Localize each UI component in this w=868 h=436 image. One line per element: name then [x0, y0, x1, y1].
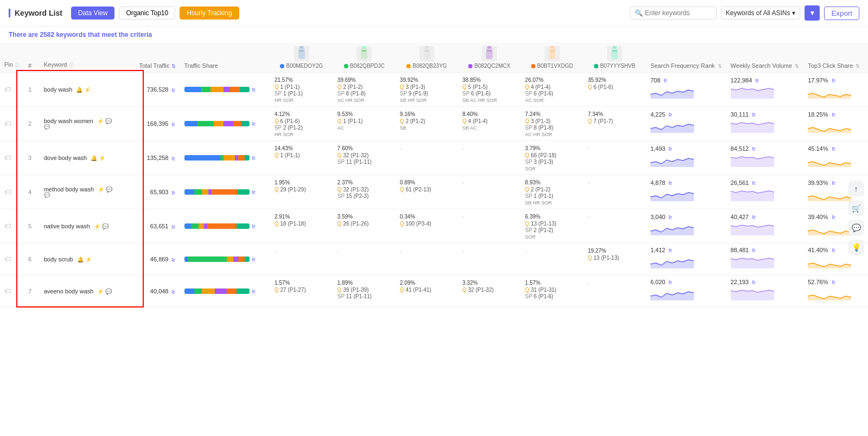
- badge-tag: HR SOR: [275, 132, 329, 137]
- pin-cell[interactable]: 🏷: [0, 73, 24, 107]
- keyword-icon[interactable]: 🔔: [76, 87, 82, 93]
- product-pct: 9.53%: [337, 111, 391, 117]
- wsv-value: 88,481: [731, 247, 749, 253]
- sfr-link-icon[interactable]: ⊵: [668, 279, 673, 285]
- bar-segment: [224, 121, 233, 126]
- sfr-link-icon[interactable]: ⊵: [668, 112, 673, 117]
- tab-data-view[interactable]: Data View: [71, 7, 114, 20]
- col-wsv-sort[interactable]: ⇅: [795, 63, 799, 69]
- sfr-link-icon[interactable]: ⊵: [668, 247, 673, 253]
- keyword-text: native body wash: [44, 223, 90, 229]
- wsv-link-icon[interactable]: ⊵: [752, 146, 756, 151]
- bar-chart-icon[interactable]: ⊵: [252, 223, 256, 229]
- keyword-icon[interactable]: ⚡: [99, 155, 105, 161]
- wsv-link-icon[interactable]: ⊵: [752, 279, 756, 285]
- keyword-icon[interactable]: 💬: [102, 223, 108, 229]
- tcs-link-icon[interactable]: ⊵: [832, 146, 836, 151]
- traffic-cell: 135,258 ⊵: [132, 141, 180, 175]
- product-1-dot: [280, 64, 284, 68]
- bar-chart-icon[interactable]: ⊵: [252, 121, 256, 126]
- traffic-chart-icon[interactable]: ⊵: [171, 289, 176, 294]
- keyword-icon[interactable]: ⚡: [94, 223, 100, 229]
- filter-dropdown[interactable]: Keywords of All ASINs ▾: [721, 7, 801, 20]
- tcs-link-icon[interactable]: ⊵: [832, 112, 836, 117]
- traffic-bar: [184, 121, 250, 126]
- chat-icon-button[interactable]: 💬: [848, 220, 864, 235]
- search-input[interactable]: [645, 9, 712, 17]
- keyword-icon[interactable]: ⚡: [84, 87, 91, 93]
- wsv-link-icon[interactable]: ⊵: [752, 247, 756, 253]
- keyword-icon[interactable]: 💬: [105, 288, 112, 294]
- pin-cell[interactable]: 🏷: [0, 141, 24, 175]
- tcs-link-icon[interactable]: ⊵: [832, 180, 836, 185]
- pin-cell[interactable]: 🏷: [0, 209, 24, 243]
- pin-cell[interactable]: 🏷: [0, 175, 24, 209]
- wsv-link-icon[interactable]: ⊵: [752, 214, 756, 220]
- tcs-link-icon[interactable]: ⊵: [832, 78, 836, 83]
- bar-chart-icon[interactable]: ⊵: [252, 288, 256, 294]
- svg-rect-12: [550, 46, 554, 48]
- col-tcs-sort[interactable]: ⇅: [856, 63, 860, 69]
- keyword-icon[interactable]: ⚡: [97, 288, 104, 294]
- q-rank: Q 61 (P2-13): [400, 187, 454, 193]
- q-rank: Q 2 (P1-2): [525, 187, 579, 193]
- export-button[interactable]: Export: [824, 7, 859, 20]
- keyword-icon[interactable]: ⚡: [97, 118, 104, 124]
- sp-rank: SP 1 (P1-1): [275, 91, 329, 97]
- keyword-icon[interactable]: ⚡: [98, 187, 104, 193]
- tcs-link-icon[interactable]: ⊵: [832, 247, 836, 253]
- wsv-cell: 26,561 ⊵: [726, 175, 804, 209]
- cart-icon-button[interactable]: 🛒: [848, 201, 864, 216]
- traffic-chart-icon[interactable]: ⊵: [171, 87, 176, 93]
- keyword-icon[interactable]: 💬: [105, 118, 112, 124]
- keyword-icon[interactable]: ⚡: [85, 257, 92, 262]
- keyword-icon[interactable]: 💬: [106, 187, 112, 193]
- sfr-link-icon[interactable]: ⊵: [668, 146, 673, 151]
- q-rank: Q 6 (P1-6): [275, 118, 329, 124]
- keyword-icon[interactable]: 🔔: [77, 257, 84, 262]
- tcs-link-icon[interactable]: ⊵: [832, 214, 836, 220]
- pin-cell[interactable]: 🏷: [0, 107, 24, 141]
- traffic-chart-icon[interactable]: ⊵: [171, 156, 176, 161]
- criteria-bar: There are 2582 keywords that meet the cr…: [0, 27, 868, 43]
- traffic-chart-icon[interactable]: ⊵: [171, 224, 176, 229]
- sfr-link-icon[interactable]: ⊵: [668, 180, 673, 185]
- col-sfr-sort[interactable]: ⇅: [718, 63, 722, 69]
- filter-icon-button[interactable]: ▼: [805, 5, 820, 21]
- bar-chart-icon[interactable]: ⊵: [252, 189, 256, 195]
- traffic-cell: 63,651 ⊵: [132, 209, 180, 243]
- product-data-cell-2: -: [395, 141, 458, 175]
- wsv-link-icon[interactable]: ⊵: [752, 112, 756, 117]
- pin-cell[interactable]: 🏷: [0, 275, 24, 307]
- wsv-link-icon[interactable]: ⊵: [752, 180, 756, 185]
- table-row: 🏷3 dove body wash 🔔⚡ 135,258 ⊵ ⊵ 14.43% …: [0, 141, 868, 175]
- traffic-chart-icon[interactable]: ⊵: [171, 257, 176, 262]
- keyword-icon[interactable]: 🔔: [91, 155, 97, 161]
- traffic-chart-icon[interactable]: ⊵: [171, 121, 176, 127]
- col-traffic-share: Traffic Share: [180, 43, 270, 73]
- wsv-cell: 40,427 ⊵: [726, 209, 804, 243]
- scroll-up-button[interactable]: ↑: [848, 181, 864, 196]
- pin-cell[interactable]: 🏷: [0, 243, 24, 275]
- tcs-link-icon[interactable]: ⊵: [832, 279, 836, 285]
- col-traffic-sort[interactable]: ⇅: [171, 63, 176, 69]
- keyword-search-box[interactable]: 🔍: [630, 7, 717, 20]
- bar-chart-icon[interactable]: ⊵: [252, 257, 256, 262]
- wsv-link-icon[interactable]: ⊵: [755, 78, 760, 83]
- bar-segment: [202, 288, 215, 294]
- tab-hourly-tracking[interactable]: Hourly Tracking: [180, 7, 239, 20]
- bulb-icon-button[interactable]: 💡: [848, 240, 864, 255]
- chevron-down-icon: ▾: [792, 9, 795, 17]
- sfr-link-icon[interactable]: ⊵: [668, 214, 673, 220]
- badge-tag: AC HR SOR: [337, 98, 391, 103]
- product-pct: 0.34%: [400, 214, 454, 220]
- bar-chart-icon[interactable]: ⊵: [252, 87, 256, 92]
- traffic-chart-icon[interactable]: ⊵: [171, 190, 176, 195]
- sfr-link-icon[interactable]: ⊵: [663, 78, 668, 83]
- tab-organic-top10[interactable]: Organic Top10: [119, 7, 175, 20]
- col-pin: Pin ⓘ: [0, 43, 24, 73]
- bar-chart-icon[interactable]: ⊵: [252, 155, 256, 161]
- bar-segment: [240, 87, 250, 92]
- product-data-cell-4: 1.57% Q 31 (P1-31)SP 6 (P1-6): [521, 275, 584, 307]
- svg-rect-5: [362, 50, 366, 52]
